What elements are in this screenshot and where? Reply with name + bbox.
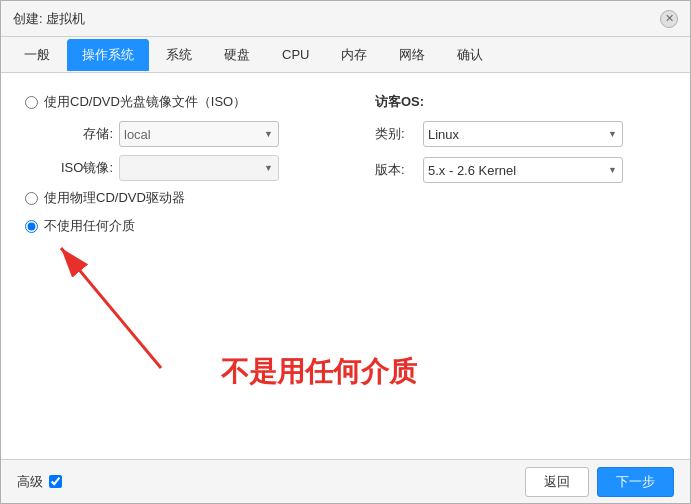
- tab-confirm[interactable]: 确认: [442, 39, 498, 71]
- iso-radio[interactable]: [25, 96, 38, 109]
- tab-system[interactable]: 系统: [151, 39, 207, 71]
- physical-dvd-radio[interactable]: [25, 192, 38, 205]
- iso-select: [119, 155, 279, 181]
- tab-memory[interactable]: 内存: [326, 39, 382, 71]
- footer: 高级 返回 下一步: [1, 459, 690, 503]
- tab-network[interactable]: 网络: [384, 39, 440, 71]
- svg-line-1: [61, 248, 161, 368]
- iso-radio-option[interactable]: 使用CD/DVD光盘镜像文件（ISO）: [25, 93, 325, 111]
- physical-dvd-label: 使用物理CD/DVD驱动器: [44, 189, 185, 207]
- next-button[interactable]: 下一步: [597, 467, 674, 497]
- window-title: 创建: 虚拟机: [13, 10, 85, 28]
- iso-select-wrapper: [119, 155, 279, 181]
- version-field-row: 版本: 5.x - 2.6 Kernel 4.x 3.x: [375, 157, 666, 183]
- tab-os[interactable]: 操作系统: [67, 39, 149, 71]
- annotation-arrow: [31, 228, 231, 378]
- back-button[interactable]: 返回: [525, 467, 589, 497]
- tab-bar: 一般 操作系统 系统 硬盘 CPU 内存 网络 确认: [1, 37, 690, 73]
- storage-field-row: 存储: local: [43, 121, 325, 147]
- iso-label: ISO镜像:: [43, 159, 113, 177]
- footer-left: 高级: [17, 473, 62, 491]
- title-bar: 创建: 虚拟机 ✕: [1, 1, 690, 37]
- type-label: 类别:: [375, 125, 415, 143]
- physical-dvd-option[interactable]: 使用物理CD/DVD驱动器: [25, 189, 325, 207]
- type-select-wrapper: Linux Windows Other: [423, 121, 623, 147]
- type-select[interactable]: Linux Windows Other: [423, 121, 623, 147]
- advanced-checkbox[interactable]: [49, 475, 62, 488]
- storage-label: 存储:: [43, 125, 113, 143]
- visitor-os-title: 访客OS:: [375, 93, 666, 111]
- annotation-text: 不是用任何介质: [221, 353, 417, 391]
- close-button[interactable]: ✕: [660, 10, 678, 28]
- version-select-wrapper: 5.x - 2.6 Kernel 4.x 3.x: [423, 157, 623, 183]
- tab-harddisk[interactable]: 硬盘: [209, 39, 265, 71]
- version-label: 版本:: [375, 161, 415, 179]
- iso-field-row: ISO镜像:: [43, 155, 325, 181]
- version-select[interactable]: 5.x - 2.6 Kernel 4.x 3.x: [423, 157, 623, 183]
- left-column: 使用CD/DVD光盘镜像文件（ISO） 存储: local ISO镜像:: [25, 93, 325, 245]
- storage-select[interactable]: local: [119, 121, 279, 147]
- right-column: 访客OS: 类别: Linux Windows Other 版本:: [355, 93, 666, 245]
- content-area: 使用CD/DVD光盘镜像文件（ISO） 存储: local ISO镜像:: [1, 73, 690, 459]
- main-window: 创建: 虚拟机 ✕ 一般 操作系统 系统 硬盘 CPU 内存 网络 确认 使用C…: [0, 0, 691, 504]
- storage-select-wrapper: local: [119, 121, 279, 147]
- advanced-label: 高级: [17, 473, 43, 491]
- type-field-row: 类别: Linux Windows Other: [375, 121, 666, 147]
- tab-general[interactable]: 一般: [9, 39, 65, 71]
- tab-cpu[interactable]: CPU: [267, 40, 324, 69]
- iso-option-label: 使用CD/DVD光盘镜像文件（ISO）: [44, 93, 246, 111]
